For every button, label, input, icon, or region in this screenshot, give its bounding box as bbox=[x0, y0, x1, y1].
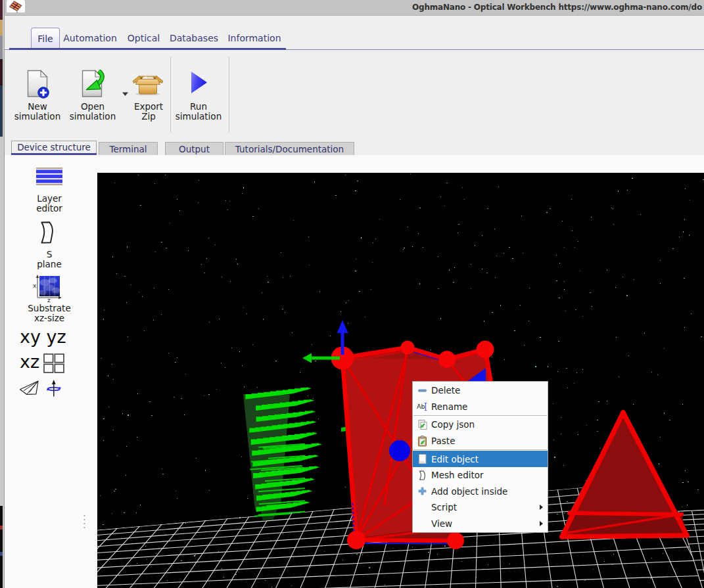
vertex-handle[interactable] bbox=[401, 341, 415, 355]
tab-tutorials-documentation[interactable]: Tutorials/Documentation bbox=[225, 142, 354, 155]
menu-item-script[interactable]: Script bbox=[413, 499, 548, 516]
3d-viewport[interactable] bbox=[97, 173, 704, 588]
menu-item-label: Script bbox=[431, 502, 457, 512]
blue-vertex-handle[interactable] bbox=[389, 440, 410, 461]
submenu-arrow-icon bbox=[540, 505, 543, 510]
edge-segment bbox=[0, 506, 3, 588]
svg-text:x: x bbox=[33, 283, 37, 289]
rotate-y-icon[interactable] bbox=[44, 379, 64, 397]
screen-edge-strip bbox=[0, 0, 5, 588]
edge-segment bbox=[0, 35, 3, 59]
menu-item-rename[interactable]: AbRename bbox=[413, 399, 548, 415]
menu-item-edit-object[interactable]: Edit object bbox=[413, 451, 548, 467]
view-xz-button[interactable]: xz bbox=[20, 353, 39, 371]
delete-dash-icon bbox=[417, 385, 428, 396]
3d-scene bbox=[97, 173, 704, 588]
menu-separator bbox=[413, 449, 547, 450]
edge-segment bbox=[0, 137, 3, 506]
run-simulation-button[interactable]: Runsimulation bbox=[172, 57, 225, 132]
s-plane-label: Splane bbox=[3, 250, 95, 269]
menu-item-label: Mesh editor bbox=[431, 470, 484, 480]
menu-item-label: Delete bbox=[431, 385, 460, 396]
menu-item-paste[interactable]: Paste bbox=[413, 433, 548, 449]
mesh-curve-icon bbox=[417, 470, 428, 481]
vertex-handle[interactable] bbox=[347, 531, 365, 549]
layer-editor-button[interactable]: Layereditor bbox=[26, 163, 72, 210]
vertex-handle[interactable] bbox=[438, 351, 456, 368]
substrate-xz-icon: x z bbox=[33, 275, 63, 302]
menu-item-label: Copy json bbox=[431, 419, 475, 430]
vertex-handle[interactable] bbox=[477, 341, 494, 359]
menu-item-label: Paste bbox=[431, 436, 455, 446]
menu-item-add-object-inside[interactable]: Add object inside bbox=[413, 484, 548, 500]
tab-device-structure[interactable]: Device structure bbox=[11, 141, 97, 153]
toolbar-separator bbox=[170, 57, 171, 132]
context-menu: DeleteAbRenameCopy jsonPasteEdit objectM… bbox=[412, 381, 548, 533]
curved-plane-icon bbox=[40, 221, 55, 244]
menu-item-label: Add object inside bbox=[431, 486, 507, 497]
toolbar-separator bbox=[229, 57, 229, 132]
vertex-handle[interactable] bbox=[447, 532, 464, 549]
run-simulation-label: Runsimulation bbox=[162, 102, 235, 121]
tab-output[interactable]: Output bbox=[165, 142, 223, 155]
svg-text:z: z bbox=[47, 297, 51, 302]
menu-item-copy-json[interactable]: Copy json bbox=[413, 417, 548, 433]
edit-page-icon bbox=[417, 453, 428, 464]
plus-icon bbox=[417, 486, 428, 497]
edge-segment bbox=[0, 59, 3, 85]
none bbox=[417, 518, 428, 530]
edge-segment bbox=[0, 552, 3, 556]
zip-box-icon bbox=[132, 72, 165, 95]
open-document-icon bbox=[82, 70, 108, 99]
layers-icon bbox=[35, 168, 63, 185]
substrate-xz-label: Substratexz-size bbox=[3, 304, 95, 323]
tab-output-label: Output bbox=[179, 144, 210, 154]
substrate-xz-button[interactable]: x z Substratexz-size bbox=[26, 273, 72, 325]
view-xy-yz-button[interactable]: xy yz bbox=[20, 328, 66, 346]
layer-editor-label: Layereditor bbox=[3, 194, 95, 214]
paper-plane-icon[interactable] bbox=[18, 378, 41, 397]
run-play-icon bbox=[191, 71, 208, 94]
tab-terminal-label: Terminal bbox=[109, 144, 147, 154]
tab-terminal[interactable]: Terminal bbox=[99, 142, 158, 155]
edge-segment bbox=[0, 526, 3, 530]
four-panes-icon[interactable] bbox=[43, 353, 64, 373]
paste-clipboard-icon bbox=[417, 436, 428, 447]
tetrahedron-object[interactable] bbox=[562, 413, 687, 537]
splitter-handle[interactable] bbox=[83, 514, 85, 529]
toolbar: Newsimulation Opensimulation bbox=[0, 0, 704, 138]
grating-object[interactable] bbox=[243, 387, 322, 521]
edge-segment bbox=[0, 0, 3, 20]
svg-text:Ab: Ab bbox=[417, 403, 425, 410]
window-edge-line bbox=[4, 0, 5, 588]
menu-item-label: Edit object bbox=[431, 454, 479, 464]
menu-separator bbox=[413, 415, 547, 416]
menu-item-label: View bbox=[431, 518, 452, 529]
tab-tutorials-documentation-label: Tutorials/Documentation bbox=[235, 144, 344, 154]
menu-item-label: Rename bbox=[431, 401, 467, 412]
menu-item-delete[interactable]: Delete bbox=[413, 382, 548, 399]
edge-segment bbox=[0, 20, 3, 35]
submenu-arrow-icon bbox=[540, 521, 543, 526]
edge-segment bbox=[0, 85, 3, 137]
new-document-icon bbox=[27, 70, 49, 99]
rename-ab-icon: Ab bbox=[417, 401, 428, 412]
tab-device-structure-label: Device structure bbox=[17, 142, 91, 152]
menu-item-view[interactable]: View bbox=[413, 516, 548, 532]
copy-icon bbox=[417, 419, 428, 430]
menu-item-mesh-editor[interactable]: Mesh editor bbox=[413, 467, 548, 484]
s-plane-button[interactable]: Splane bbox=[26, 217, 72, 268]
none bbox=[417, 502, 428, 513]
